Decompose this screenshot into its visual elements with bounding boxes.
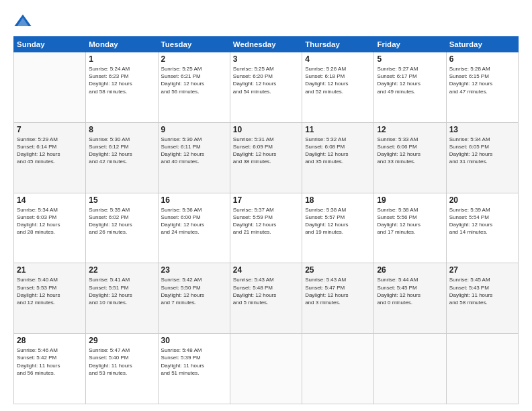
day-number: 20 <box>449 195 515 205</box>
calendar-cell <box>230 334 302 404</box>
weekday-monday: Monday <box>86 37 158 52</box>
day-number: 2 <box>161 54 227 64</box>
day-number: 25 <box>305 265 371 275</box>
day-number: 17 <box>233 195 299 205</box>
weekday-saturday: Saturday <box>446 37 518 52</box>
day-info: Sunrise: 5:46 AM Sunset: 5:42 PM Dayligh… <box>17 347 83 377</box>
day-number: 4 <box>305 54 371 64</box>
day-number: 9 <box>161 125 227 134</box>
day-number: 30 <box>161 336 227 345</box>
day-info: Sunrise: 5:31 AM Sunset: 6:09 PM Dayligh… <box>233 136 299 166</box>
calendar-cell: 14Sunrise: 5:34 AM Sunset: 6:03 PM Dayli… <box>14 193 86 263</box>
day-info: Sunrise: 5:29 AM Sunset: 6:14 PM Dayligh… <box>17 136 83 166</box>
day-number: 28 <box>17 336 83 345</box>
calendar-table: SundayMondayTuesdayWednesdayThursdayFrid… <box>13 36 519 404</box>
day-number: 29 <box>89 336 154 345</box>
weekday-sunday: Sunday <box>14 37 86 52</box>
day-number: 22 <box>89 265 154 275</box>
calendar-cell: 6Sunrise: 5:28 AM Sunset: 6:15 PM Daylig… <box>446 52 518 123</box>
day-info: Sunrise: 5:37 AM Sunset: 5:59 PM Dayligh… <box>233 206 299 236</box>
calendar-cell: 23Sunrise: 5:42 AM Sunset: 5:50 PM Dayli… <box>158 263 230 334</box>
day-number: 13 <box>449 125 515 134</box>
calendar-cell <box>446 334 518 404</box>
calendar-cell: 28Sunrise: 5:46 AM Sunset: 5:42 PM Dayli… <box>14 334 86 404</box>
calendar-cell: 8Sunrise: 5:30 AM Sunset: 6:12 PM Daylig… <box>86 122 158 193</box>
day-number: 15 <box>89 195 154 205</box>
calendar-cell <box>14 52 86 123</box>
calendar-week-row: 28Sunrise: 5:46 AM Sunset: 5:42 PM Dayli… <box>14 334 519 404</box>
day-info: Sunrise: 5:33 AM Sunset: 6:06 PM Dayligh… <box>377 136 443 166</box>
calendar-cell: 1Sunrise: 5:24 AM Sunset: 6:23 PM Daylig… <box>86 52 158 123</box>
day-info: Sunrise: 5:45 AM Sunset: 5:43 PM Dayligh… <box>449 276 515 306</box>
page-header <box>13 12 519 31</box>
weekday-tuesday: Tuesday <box>158 37 230 52</box>
calendar-cell: 12Sunrise: 5:33 AM Sunset: 6:06 PM Dayli… <box>374 122 446 193</box>
calendar-cell: 21Sunrise: 5:40 AM Sunset: 5:53 PM Dayli… <box>14 263 86 334</box>
day-number: 21 <box>17 265 83 275</box>
calendar-week-row: 14Sunrise: 5:34 AM Sunset: 6:03 PM Dayli… <box>14 193 519 263</box>
calendar-cell: 30Sunrise: 5:48 AM Sunset: 5:39 PM Dayli… <box>158 334 230 404</box>
calendar-week-row: 21Sunrise: 5:40 AM Sunset: 5:53 PM Dayli… <box>14 263 519 334</box>
day-info: Sunrise: 5:27 AM Sunset: 6:17 PM Dayligh… <box>377 65 443 95</box>
calendar-cell: 9Sunrise: 5:30 AM Sunset: 6:11 PM Daylig… <box>158 122 230 193</box>
calendar-cell: 19Sunrise: 5:38 AM Sunset: 5:56 PM Dayli… <box>374 193 446 263</box>
day-number: 23 <box>161 265 227 275</box>
day-info: Sunrise: 5:34 AM Sunset: 6:05 PM Dayligh… <box>449 136 515 166</box>
day-info: Sunrise: 5:25 AM Sunset: 6:20 PM Dayligh… <box>233 65 299 95</box>
day-info: Sunrise: 5:25 AM Sunset: 6:21 PM Dayligh… <box>161 65 227 95</box>
day-info: Sunrise: 5:41 AM Sunset: 5:51 PM Dayligh… <box>89 276 154 306</box>
weekday-wednesday: Wednesday <box>230 37 302 52</box>
day-number: 24 <box>233 265 299 275</box>
day-info: Sunrise: 5:43 AM Sunset: 5:48 PM Dayligh… <box>233 276 299 306</box>
calendar-cell: 29Sunrise: 5:47 AM Sunset: 5:40 PM Dayli… <box>86 334 158 404</box>
calendar-cell: 5Sunrise: 5:27 AM Sunset: 6:17 PM Daylig… <box>374 52 446 123</box>
day-info: Sunrise: 5:26 AM Sunset: 6:18 PM Dayligh… <box>305 65 371 95</box>
calendar-cell: 11Sunrise: 5:32 AM Sunset: 6:08 PM Dayli… <box>302 122 374 193</box>
day-number: 11 <box>305 125 371 134</box>
day-info: Sunrise: 5:47 AM Sunset: 5:40 PM Dayligh… <box>89 347 154 377</box>
day-number: 1 <box>89 54 154 64</box>
day-info: Sunrise: 5:48 AM Sunset: 5:39 PM Dayligh… <box>161 347 227 377</box>
day-number: 26 <box>377 265 443 275</box>
calendar-cell: 15Sunrise: 5:35 AM Sunset: 6:02 PM Dayli… <box>86 193 158 263</box>
calendar-cell: 13Sunrise: 5:34 AM Sunset: 6:05 PM Dayli… <box>446 122 518 193</box>
day-info: Sunrise: 5:24 AM Sunset: 6:23 PM Dayligh… <box>89 65 154 95</box>
weekday-thursday: Thursday <box>302 37 374 52</box>
calendar-week-row: 1Sunrise: 5:24 AM Sunset: 6:23 PM Daylig… <box>14 52 519 123</box>
calendar-cell <box>302 334 374 404</box>
day-number: 6 <box>449 54 515 64</box>
day-number: 19 <box>377 195 443 205</box>
day-info: Sunrise: 5:40 AM Sunset: 5:53 PM Dayligh… <box>17 276 83 306</box>
weekday-friday: Friday <box>374 37 446 52</box>
day-number: 18 <box>305 195 371 205</box>
calendar-week-row: 7Sunrise: 5:29 AM Sunset: 6:14 PM Daylig… <box>14 122 519 193</box>
day-number: 12 <box>377 125 443 134</box>
day-number: 10 <box>233 125 299 134</box>
calendar-cell: 18Sunrise: 5:38 AM Sunset: 5:57 PM Dayli… <box>302 193 374 263</box>
day-number: 5 <box>377 54 443 64</box>
day-number: 16 <box>161 195 227 205</box>
calendar-cell: 25Sunrise: 5:43 AM Sunset: 5:47 PM Dayli… <box>302 263 374 334</box>
day-number: 7 <box>17 125 83 134</box>
weekday-header-row: SundayMondayTuesdayWednesdayThursdayFrid… <box>14 37 519 52</box>
day-info: Sunrise: 5:38 AM Sunset: 5:57 PM Dayligh… <box>305 206 371 236</box>
calendar-cell: 20Sunrise: 5:39 AM Sunset: 5:54 PM Dayli… <box>446 193 518 263</box>
calendar-cell: 22Sunrise: 5:41 AM Sunset: 5:51 PM Dayli… <box>86 263 158 334</box>
day-info: Sunrise: 5:38 AM Sunset: 5:56 PM Dayligh… <box>377 206 443 236</box>
day-info: Sunrise: 5:36 AM Sunset: 6:00 PM Dayligh… <box>161 206 227 236</box>
day-info: Sunrise: 5:35 AM Sunset: 6:02 PM Dayligh… <box>89 206 154 236</box>
day-number: 8 <box>89 125 154 134</box>
day-info: Sunrise: 5:28 AM Sunset: 6:15 PM Dayligh… <box>449 65 515 95</box>
calendar-cell: 27Sunrise: 5:45 AM Sunset: 5:43 PM Dayli… <box>446 263 518 334</box>
calendar-cell: 10Sunrise: 5:31 AM Sunset: 6:09 PM Dayli… <box>230 122 302 193</box>
calendar-cell: 26Sunrise: 5:44 AM Sunset: 5:45 PM Dayli… <box>374 263 446 334</box>
day-info: Sunrise: 5:43 AM Sunset: 5:47 PM Dayligh… <box>305 276 371 306</box>
day-info: Sunrise: 5:44 AM Sunset: 5:45 PM Dayligh… <box>377 276 443 306</box>
day-number: 14 <box>17 195 83 205</box>
calendar-cell: 17Sunrise: 5:37 AM Sunset: 5:59 PM Dayli… <box>230 193 302 263</box>
day-info: Sunrise: 5:32 AM Sunset: 6:08 PM Dayligh… <box>305 136 371 166</box>
day-info: Sunrise: 5:30 AM Sunset: 6:11 PM Dayligh… <box>161 136 227 166</box>
calendar-cell: 16Sunrise: 5:36 AM Sunset: 6:00 PM Dayli… <box>158 193 230 263</box>
day-number: 3 <box>233 54 299 64</box>
day-number: 27 <box>449 265 515 275</box>
